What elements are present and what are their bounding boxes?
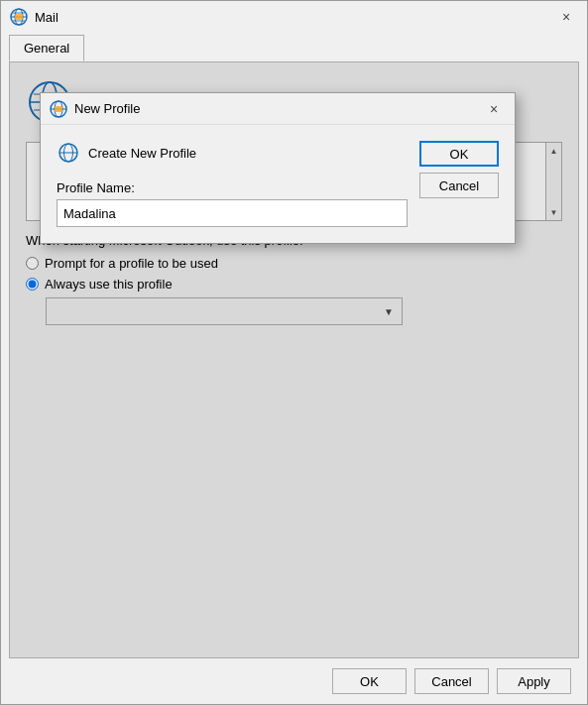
dialog-icon [49,99,68,119]
window-title: Mail [35,10,553,25]
dialog-title-bar: New Profile × [41,93,515,125]
svg-rect-15 [55,106,62,112]
main-ok-button[interactable]: OK [332,668,407,694]
window-close-button[interactable]: × [553,4,579,30]
dialog-ok-button[interactable]: OK [419,141,499,167]
create-new-profile-row: Create New Profile [57,141,408,165]
mail-icon [9,7,29,27]
tab-area: General [1,35,587,61]
tab-general[interactable]: General [9,35,84,61]
content-area: The following profiles are set up on thi… [9,61,579,658]
new-profile-dialog: New Profile × [40,92,516,244]
create-new-profile-label: Create New Profile [88,146,196,161]
profile-name-section: Profile Name: [57,180,408,227]
profile-name-input[interactable] [57,199,408,227]
title-bar: Mail × [1,1,587,33]
dialog-content: Create New Profile Profile Name: OK Canc… [41,125,515,243]
main-window: Mail × General The following profi [0,0,588,705]
dialog-close-button[interactable]: × [481,96,507,122]
dialog-buttons: OK Cancel [419,141,499,227]
dialog-cancel-button[interactable]: Cancel [419,173,499,198]
bottom-buttons-area: OK Cancel Apply [1,658,587,704]
create-profile-icon [57,141,80,165]
profile-name-label: Profile Name: [57,180,408,195]
dialog-left-panel: Create New Profile Profile Name: [57,141,408,227]
svg-rect-5 [15,14,23,20]
modal-overlay: New Profile × [10,62,578,657]
dialog-title: New Profile [74,101,481,116]
main-cancel-button[interactable]: Cancel [414,668,489,694]
main-apply-button[interactable]: Apply [497,668,571,694]
